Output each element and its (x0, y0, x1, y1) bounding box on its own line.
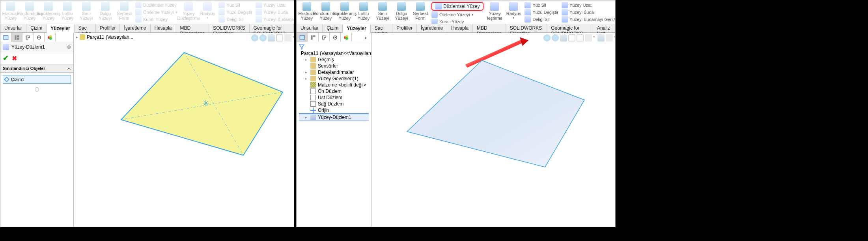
tab-hesapla[interactable]: Hesapla (151, 24, 176, 32)
yuzeyi-budamayi-gerial-button[interactable]: Yüzeyi Budamayı Geri Al (256, 16, 294, 23)
sinir-yuzey-button[interactable]: Sınır Yüzeyi (373, 1, 392, 21)
serbest-form-button[interactable]: Serbest Form (411, 1, 430, 21)
deligi-sil-button[interactable]: Deliği Sil (525, 16, 558, 23)
kurali-yuzey-button[interactable]: Kuralı Yüzey (135, 16, 177, 23)
expand-icon[interactable]: ▸ (305, 70, 308, 74)
tree-item-sensor[interactable]: Sensörler (299, 63, 369, 69)
radyus-button[interactable]: Radyüs▾ (198, 1, 217, 21)
tab-solidworks-eklentileri[interactable]: SOLIDWORKS Eklentileri (506, 24, 547, 32)
yuzeyi-budamayi-gerial-button[interactable]: Yüzeyi Budamayı Geri Al (562, 16, 615, 23)
tab-i̇şaretleme[interactable]: İşaretleme (417, 24, 447, 32)
render-button[interactable] (597, 34, 605, 41)
tab-çizim[interactable]: Çizim (26, 24, 47, 32)
yuz-sil-button[interactable]: Yüz Sil (218, 2, 252, 8)
tab-unsurlar[interactable]: Unsurlar (0, 24, 26, 32)
duzlemsel-yuzey-button[interactable]: Düzlemsel Yüzey (135, 2, 177, 8)
yuzeyi-buda-button[interactable]: Yüzeyi Buda (256, 9, 294, 15)
tab-hesapla[interactable]: Hesapla (447, 24, 473, 32)
render-dropdown[interactable] (606, 34, 613, 41)
tab-yüzeyler[interactable]: Yüzeyler (47, 24, 74, 33)
sinir-yuzey-button[interactable]: Sınır Yüzeyi (77, 1, 96, 21)
ribbon: Ekstrüze Yüzey Döndürülmüş Yüzey Sürükle… (297, 0, 615, 24)
selection-list[interactable]: Çizim1 (3, 75, 71, 84)
tree-item-ustd[interactable]: Üst Düzlem (299, 94, 369, 101)
tree-item-govde[interactable]: ▸Yüzey Gövdeleri(1) (299, 75, 369, 82)
yuzey-uzat-button[interactable]: Yüzey Uzat (562, 2, 615, 8)
tree-item-malzeme[interactable]: Malzeme <belirli değil> (299, 82, 369, 88)
tab-i̇şaretleme[interactable]: İşaretleme (120, 24, 150, 32)
tab-geomagic-for-solidworks[interactable]: Geomagic for SOLIDWORKS (250, 24, 294, 32)
tree-item-sagd[interactable]: Sağ Düzlem (299, 101, 369, 107)
feature-tree-tab[interactable] (0, 33, 11, 42)
dolgu-yuzey-button[interactable]: Dolgu Yüzeyi (392, 1, 411, 21)
hide-show-button[interactable] (577, 34, 584, 41)
duzlemsel-yuzey-button-highlighted[interactable]: Düzlemsel Yüzey (431, 2, 483, 11)
tab-mbd-dimensions[interactable]: MBD Dimensions (176, 24, 209, 32)
property-manager-tab[interactable] (308, 33, 319, 42)
display-tab[interactable] (341, 33, 352, 42)
svg-rect-18 (313, 35, 315, 37)
tab-sac-levha[interactable]: Sac Levha (371, 24, 393, 32)
tab-analiz-haz[interactable]: Analiz Haz (593, 24, 615, 32)
tab-profiller[interactable]: Profiller (96, 24, 120, 32)
suruklenmis-yuzey-button[interactable]: Sürüklenmiş Yüzey (335, 1, 354, 21)
serbest-form-button[interactable]: Serbest Form (115, 1, 134, 21)
graphics-viewport[interactable] (371, 33, 615, 227)
section-view-button[interactable] (560, 34, 567, 41)
tab-sac-levha[interactable]: Sac Levha (75, 24, 96, 32)
graphics-viewport[interactable]: ▸ Parça11 (Varsayılan... (74, 33, 294, 227)
oteleme-yuzeyi-button[interactable]: Öteleme Yüzeyi▾ (431, 11, 483, 18)
tree-item-label: Malzeme <belirli değil> (318, 82, 366, 88)
oteleme-yuzeyi-button[interactable]: Öteleme Yüzeyi▾ (135, 9, 177, 15)
bounding-entities-header[interactable]: Sınırlandırıcı Objeler ︿ (0, 64, 73, 73)
tab-mbd-dimensions[interactable]: MBD Dimensions (473, 24, 506, 32)
dimxpert-tab[interactable] (34, 33, 45, 42)
deligi-sil-button[interactable]: Deliği Sil (218, 16, 252, 23)
suruklenmis-yuzey-button[interactable]: Sürüklenmiş Yüzey (39, 1, 58, 21)
pin-icon[interactable]: ⊚ (67, 44, 71, 50)
expand-icon[interactable]: ▸ (305, 115, 308, 119)
svg-marker-24 (407, 60, 584, 167)
cancel-button[interactable]: ✖ (12, 55, 17, 62)
radyus-button[interactable]: Radyüs▾ (504, 1, 523, 21)
dolgu-yuzey-button[interactable]: Dolgu Yüzeyi (96, 1, 115, 21)
yuzey-duzlestirme-button[interactable]: Yüzey Düzleştirme (179, 1, 198, 21)
feature-tree-tab[interactable] (297, 33, 308, 42)
filter-row[interactable] (299, 44, 369, 50)
tree-item-ond[interactable]: Ön Düzlem (299, 88, 369, 94)
expand-icon[interactable]: ▸ (305, 77, 308, 81)
tab-solidworks-eklentileri[interactable]: SOLIDWORKS Eklentileri (209, 24, 249, 32)
tree-item-detay[interactable]: ▸Detaylandırmalar (299, 69, 369, 75)
yuzey-uzat-button[interactable]: Yüzey Uzat (256, 2, 294, 8)
config-tab[interactable] (319, 33, 330, 42)
yuzey-duzlestirme-button[interactable]: Yüzey leştirme (485, 1, 504, 21)
dimxpert-tab[interactable] (330, 33, 341, 42)
expand-icon[interactable]: ▸ (305, 58, 308, 62)
config-tab[interactable] (22, 33, 34, 42)
tree-root[interactable]: Parça11 (Varsayılan<<Varsayılan>_G (299, 50, 369, 56)
tree-item-yuzduz[interactable]: ▸Yüzey-Düzlem1 (299, 113, 369, 121)
display-style-button[interactable] (568, 34, 575, 41)
yuzu-degistir-button[interactable]: Yüzü Değiştir (525, 9, 558, 15)
tab-unsurlar[interactable]: Unsurlar (297, 24, 323, 32)
zoom-area-button[interactable] (552, 34, 559, 41)
preview-surface (97, 41, 287, 159)
ok-button[interactable]: ✔ (3, 54, 9, 62)
property-manager-tab[interactable] (11, 33, 22, 42)
tab-geomagic-for-solidworks[interactable]: Geomagic for SOLIDWORKS (547, 24, 593, 32)
appearance-button[interactable] (585, 34, 592, 41)
tab-yüzeyler[interactable]: Yüzeyler (343, 24, 370, 33)
display-tab[interactable] (45, 33, 56, 42)
yuz-sil-button[interactable]: Yüz Sil (525, 2, 558, 8)
loftlu-yuzey-button[interactable]: Loftlu Yüzey (354, 1, 373, 21)
tree-item-orijin[interactable]: Orijin (299, 107, 369, 113)
kurali-yuzey-button[interactable]: Kuralı Yüzey (431, 19, 483, 24)
loftlu-yuzey-button[interactable]: Loftlu Yüzey (58, 1, 77, 21)
tab-profiller[interactable]: Profiller (392, 24, 417, 32)
tab-çizim[interactable]: Çizim (323, 24, 343, 32)
yuzeyi-buda-button[interactable]: Yüzeyi Buda (562, 9, 615, 15)
yuzu-degistir-button[interactable]: Yüzü Değiştir (218, 9, 252, 15)
expand-panel-button[interactable]: › (360, 33, 371, 42)
breadcrumb[interactable]: ▸ Parça11 (Varsayılan... (76, 34, 133, 40)
tree-item-gecmis[interactable]: ▸Geçmiş (299, 56, 369, 63)
